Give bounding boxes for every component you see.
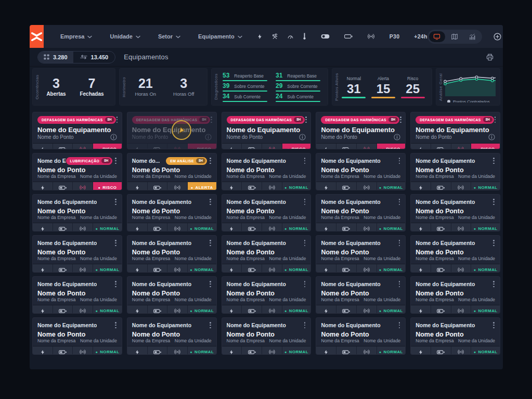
grid-count-segment[interactable]: 3.280 xyxy=(38,52,73,63)
power-icon[interactable] xyxy=(127,305,148,314)
signal-icon[interactable] xyxy=(73,182,93,190)
kebab-menu-icon[interactable] xyxy=(116,115,119,124)
battery-icon[interactable] xyxy=(336,144,357,149)
power-icon[interactable] xyxy=(222,182,242,190)
signal-icon[interactable] xyxy=(357,182,377,190)
equipment-card[interactable]: Nome do Equipamento Nome do Ponto Nome d… xyxy=(316,276,406,314)
info-icon[interactable] xyxy=(110,134,117,140)
battery-icon[interactable] xyxy=(242,182,262,190)
power-icon[interactable] xyxy=(222,305,242,314)
equipment-card[interactable]: Nome do Equipamento Nome do Ponto Nome d… xyxy=(222,235,312,273)
tools-icon[interactable] xyxy=(271,33,278,40)
battery-icon[interactable] xyxy=(148,346,168,355)
signal-icon[interactable] xyxy=(167,305,188,314)
battery-icon[interactable] xyxy=(148,305,168,314)
kebab-menu-icon[interactable] xyxy=(492,280,495,288)
period-selector[interactable]: P30 xyxy=(390,33,400,40)
battery-icon[interactable] xyxy=(242,144,262,149)
equipment-card[interactable]: Nome do Equipamento Nome do Ponto Nome d… xyxy=(316,153,406,190)
signal-icon[interactable] xyxy=(357,305,377,314)
power-icon[interactable] xyxy=(316,144,336,149)
equipment-card[interactable]: Nome do Equipamento Nome do Ponto Nome d… xyxy=(127,317,217,355)
battery-icon[interactable] xyxy=(336,182,357,190)
kebab-menu-icon[interactable] xyxy=(492,321,495,329)
kebab-menu-icon[interactable] xyxy=(304,321,306,329)
power-icon[interactable] xyxy=(316,346,336,355)
power-icon[interactable] xyxy=(222,144,242,149)
battery-icon[interactable] xyxy=(53,305,73,314)
equipment-card[interactable]: Nome do Equipamento Nome do Ponto Nome d… xyxy=(32,235,122,273)
monitor-view-tab[interactable] xyxy=(429,31,445,42)
power-icon[interactable] xyxy=(411,182,431,190)
signal-icon[interactable] xyxy=(357,346,377,355)
signal-icon[interactable] xyxy=(73,144,93,149)
battery-icon[interactable] xyxy=(53,144,73,149)
power-icon[interactable] xyxy=(33,144,53,149)
signal-icon[interactable] xyxy=(262,182,282,190)
gauge-icon[interactable] xyxy=(287,34,294,40)
kebab-menu-icon[interactable] xyxy=(304,157,306,165)
power-icon[interactable] xyxy=(411,346,431,355)
power-icon[interactable] xyxy=(127,182,148,190)
battery-icon[interactable] xyxy=(431,223,451,231)
battery-icon[interactable] xyxy=(53,182,73,190)
battery-icon[interactable] xyxy=(431,305,451,314)
info-icon[interactable] xyxy=(299,134,306,140)
kebab-menu-icon[interactable] xyxy=(114,157,117,165)
equipment-card[interactable]: DEFASAGEM DAS HARMÔNICAS 8H Nome do Equi… xyxy=(316,112,406,149)
power-icon[interactable] xyxy=(316,305,336,314)
battery-icon[interactable] xyxy=(148,264,168,273)
power-icon[interactable] xyxy=(316,182,336,190)
thermometer-icon[interactable] xyxy=(303,33,306,40)
kebab-menu-icon[interactable] xyxy=(114,280,117,288)
power-icon[interactable] xyxy=(33,305,53,314)
kebab-menu-icon[interactable] xyxy=(114,321,117,329)
equipment-card[interactable]: Nome do Equipamento Nome do Ponto Nome d… xyxy=(316,194,406,231)
signal-icon[interactable] xyxy=(451,346,472,355)
app-logo[interactable] xyxy=(30,25,44,48)
power-icon[interactable] xyxy=(222,223,242,231)
battery-icon[interactable] xyxy=(336,346,357,355)
signal-icon[interactable] xyxy=(357,223,377,231)
kebab-menu-icon[interactable] xyxy=(210,115,213,124)
toggle-icon[interactable] xyxy=(321,34,330,39)
power-icon[interactable] xyxy=(33,182,53,190)
signal-icon[interactable] xyxy=(357,144,377,149)
kebab-menu-icon[interactable] xyxy=(209,280,212,288)
signal-icon[interactable] xyxy=(451,264,472,273)
info-icon[interactable] xyxy=(205,134,212,140)
battery-icon[interactable] xyxy=(148,182,168,190)
kebab-menu-icon[interactable] xyxy=(304,239,306,247)
battery-icon[interactable] xyxy=(336,305,357,314)
plus-circle-icon[interactable] xyxy=(493,32,502,41)
kebab-menu-icon[interactable] xyxy=(398,280,401,288)
power-icon[interactable] xyxy=(222,264,242,273)
battery-icon[interactable] xyxy=(242,264,262,273)
kebab-menu-icon[interactable] xyxy=(305,115,307,124)
map-view-tab[interactable] xyxy=(447,31,463,42)
kebab-menu-icon[interactable] xyxy=(114,239,117,247)
signal-icon[interactable] xyxy=(167,223,188,231)
bolt-icon[interactable] xyxy=(257,33,263,40)
equipment-card[interactable]: Nome do Equipamento Nome do Ponto Nome d… xyxy=(410,153,500,190)
battery-icon[interactable] xyxy=(431,182,451,190)
filter-menu-unidade[interactable]: Unidade xyxy=(110,33,140,40)
equipment-card[interactable]: Nome do Equipamento Nome do Ponto Nome d… xyxy=(410,235,500,273)
kebab-menu-icon[interactable] xyxy=(492,157,495,165)
power-icon[interactable] xyxy=(127,264,148,273)
power-icon[interactable] xyxy=(316,264,336,273)
kebab-menu-icon[interactable] xyxy=(492,239,495,247)
filter-menu-setor[interactable]: Setor xyxy=(158,33,180,40)
printer-icon[interactable] xyxy=(485,52,495,62)
signal-icon[interactable] xyxy=(73,346,93,355)
power-icon[interactable] xyxy=(411,144,431,149)
swap-count-segment[interactable]: 13.450 xyxy=(73,54,115,60)
power-icon[interactable] xyxy=(127,346,148,355)
signal-icon[interactable] xyxy=(167,264,188,273)
power-icon[interactable] xyxy=(411,223,431,231)
kebab-menu-icon[interactable] xyxy=(209,198,212,206)
signal-icon[interactable] xyxy=(451,182,472,190)
signal-icon[interactable] xyxy=(167,144,188,149)
equipment-card[interactable]: Nome do Equipamento Nome do Ponto Nome d… xyxy=(316,235,406,273)
equipment-card[interactable]: DEFASAGEM DAS HARMÔNICAS 8H Nome do Equi… xyxy=(127,112,217,149)
